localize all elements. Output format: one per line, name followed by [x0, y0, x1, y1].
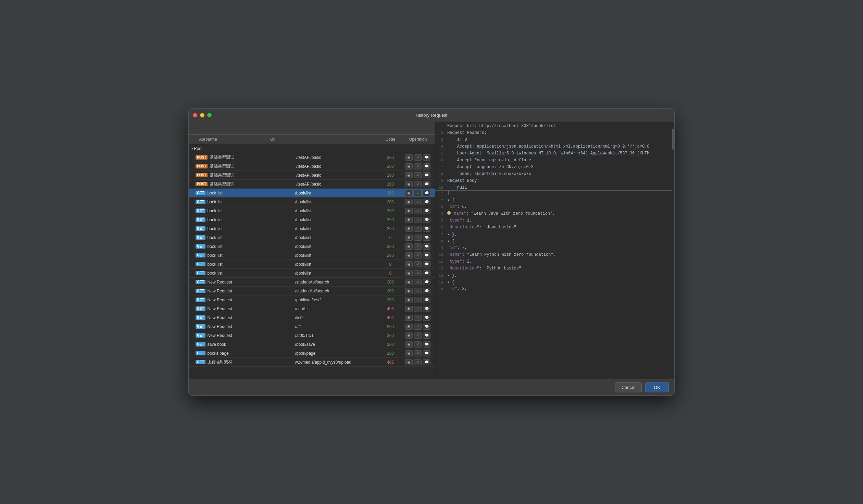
eye-button[interactable]: ◉	[405, 252, 413, 259]
chat-button[interactable]: 💬	[423, 226, 430, 232]
chat-button[interactable]: 💬	[423, 172, 430, 178]
check-button[interactable]: ✓	[414, 252, 422, 259]
chat-button[interactable]: 💬	[423, 181, 430, 187]
check-button[interactable]: ✓	[414, 199, 422, 205]
chat-button[interactable]: 💬	[423, 350, 430, 356]
table-row[interactable]: GETNew Request/a/00/T1/1200◉✓💬	[189, 331, 435, 340]
ok-button[interactable]: OK	[645, 382, 669, 392]
chat-button[interactable]: 💬	[423, 324, 430, 330]
check-button[interactable]: ✓	[414, 350, 422, 356]
table-row[interactable]: GETbooks page/book/page200◉✓💬	[189, 349, 435, 358]
table-row[interactable]: POST基础类型测试/testAPi/basic200◉✓💬	[189, 180, 435, 189]
check-button[interactable]: ✓	[414, 190, 422, 196]
eye-button[interactable]: ◉	[405, 359, 413, 365]
table-row[interactable]: GET上传临时素材/wx/media/appid_qvys8/upload405…	[189, 358, 435, 367]
chat-button[interactable]: 💬	[423, 208, 430, 214]
eye-button[interactable]: ◉	[405, 217, 413, 223]
collapse-arrow-icon[interactable]: ▾	[447, 232, 452, 237]
chat-button[interactable]: 💬	[423, 243, 430, 250]
chat-button[interactable]: 💬	[423, 261, 430, 267]
table-row[interactable]: GETbook list/book/list200◉✓💬	[189, 251, 435, 260]
check-button[interactable]: ✓	[414, 181, 422, 187]
eye-button[interactable]: ◉	[405, 261, 413, 267]
eye-button[interactable]: ◉	[405, 208, 413, 214]
chat-button[interactable]: 💬	[423, 279, 430, 285]
table-row[interactable]: GETbook list/book/list200◉✓💬	[189, 198, 435, 206]
eye-button[interactable]: ◉	[405, 306, 413, 312]
eye-button[interactable]: ◉	[405, 226, 413, 232]
chat-button[interactable]: 💬	[423, 315, 430, 321]
table-row[interactable]: GETNew Request/public/ta/test2200◉✓💬	[189, 295, 435, 304]
eye-button[interactable]: ◉	[405, 199, 413, 205]
check-button[interactable]: ✓	[414, 217, 422, 223]
table-row[interactable]: POST基础类型测试/testAPi/basic200◉✓💬	[189, 162, 435, 171]
table-row[interactable]: GETbook list/book/list0◉✓💬	[189, 260, 435, 269]
cancel-button[interactable]: Cancel	[615, 382, 642, 392]
eye-button[interactable]: ◉	[405, 297, 413, 303]
close-button[interactable]	[193, 113, 197, 117]
table-row[interactable]: GETsave book/book/save200◉✓💬	[189, 340, 435, 349]
eye-button[interactable]: ◉	[405, 270, 413, 276]
check-button[interactable]: ✓	[414, 261, 422, 267]
table-row[interactable]: GETbook list/book/list200◉✓💬	[189, 224, 435, 233]
collapse-arrow-icon[interactable]: ▾	[447, 239, 452, 244]
chat-button[interactable]: 💬	[423, 199, 430, 205]
root-row[interactable]: ▾ Root	[189, 144, 435, 153]
check-button[interactable]: ✓	[414, 243, 422, 250]
table-row[interactable]: GETNew Request/studentApi/search200◉✓💬	[189, 287, 435, 295]
chat-button[interactable]: 💬	[423, 252, 430, 259]
eye-button[interactable]: ◉	[405, 315, 413, 321]
table-row[interactable]: GETbook list/book/list0◉✓💬	[189, 269, 435, 278]
minimize-button[interactable]	[200, 113, 204, 117]
collapse-arrow-icon[interactable]: ▾	[447, 280, 452, 285]
table-row[interactable]: GETbook list/book/list200◉✓💬	[189, 215, 435, 224]
right-scrollbar[interactable]	[672, 122, 674, 379]
eye-button[interactable]: ◉	[405, 163, 413, 169]
table-row[interactable]: GETNew Request/a/1200◉✓💬	[189, 322, 435, 331]
check-button[interactable]: ✓	[414, 359, 422, 365]
chat-button[interactable]: 💬	[423, 288, 430, 294]
chat-button[interactable]: 💬	[423, 154, 430, 161]
eye-button[interactable]: ◉	[405, 190, 413, 196]
check-button[interactable]: ✓	[414, 226, 422, 232]
check-button[interactable]: ✓	[414, 163, 422, 169]
chat-button[interactable]: 💬	[423, 217, 430, 223]
chat-button[interactable]: 💬	[423, 235, 430, 241]
chat-button[interactable]: 💬	[423, 341, 430, 348]
eye-button[interactable]: ◉	[405, 350, 413, 356]
check-button[interactable]: ✓	[414, 297, 422, 303]
check-button[interactable]: ✓	[414, 279, 422, 285]
remove-button[interactable]: —	[192, 125, 198, 131]
table-row[interactable]: POST基础类型测试/testAPi/basic200◉✓💬	[189, 153, 435, 162]
eye-button[interactable]: ◉	[405, 332, 413, 339]
chat-button[interactable]: 💬	[423, 163, 430, 169]
table-row[interactable]: GETbook list/book/list200◉✓💬	[189, 242, 435, 251]
chat-button[interactable]: 💬	[423, 297, 430, 303]
eye-button[interactable]: ◉	[405, 235, 413, 241]
eye-button[interactable]: ◉	[405, 279, 413, 285]
check-button[interactable]: ✓	[414, 341, 422, 348]
collapse-arrow-icon[interactable]: ▾	[447, 198, 452, 203]
table-row[interactable]: GETNew Request/list2404◉✓💬	[189, 313, 435, 322]
check-button[interactable]: ✓	[414, 235, 422, 241]
eye-button[interactable]: ◉	[405, 324, 413, 330]
check-button[interactable]: ✓	[414, 172, 422, 178]
collapse-arrow-icon[interactable]: ▾	[447, 273, 452, 278]
chat-button[interactable]: 💬	[423, 306, 430, 312]
table-row[interactable]: GETbook list/book/list200◉✓💬	[189, 206, 435, 215]
table-row[interactable]: GETNew Request/cardList405◉✓💬	[189, 304, 435, 313]
chat-button[interactable]: 💬	[423, 270, 430, 276]
eye-button[interactable]: ◉	[405, 172, 413, 178]
chat-button[interactable]: 💬	[423, 359, 430, 365]
maximize-button[interactable]	[207, 113, 212, 117]
eye-button[interactable]: ◉	[405, 341, 413, 348]
table-row[interactable]: GETbook list/book/list200◉✓💬	[189, 189, 435, 198]
table-row[interactable]: POST基础类型测试/testAPi/basic200◉✓💬	[189, 171, 435, 180]
check-button[interactable]: ✓	[414, 315, 422, 321]
eye-button[interactable]: ◉	[405, 181, 413, 187]
eye-button[interactable]: ◉	[405, 288, 413, 294]
check-button[interactable]: ✓	[414, 154, 422, 161]
check-button[interactable]: ✓	[414, 270, 422, 276]
check-button[interactable]: ✓	[414, 332, 422, 339]
check-button[interactable]: ✓	[414, 306, 422, 312]
